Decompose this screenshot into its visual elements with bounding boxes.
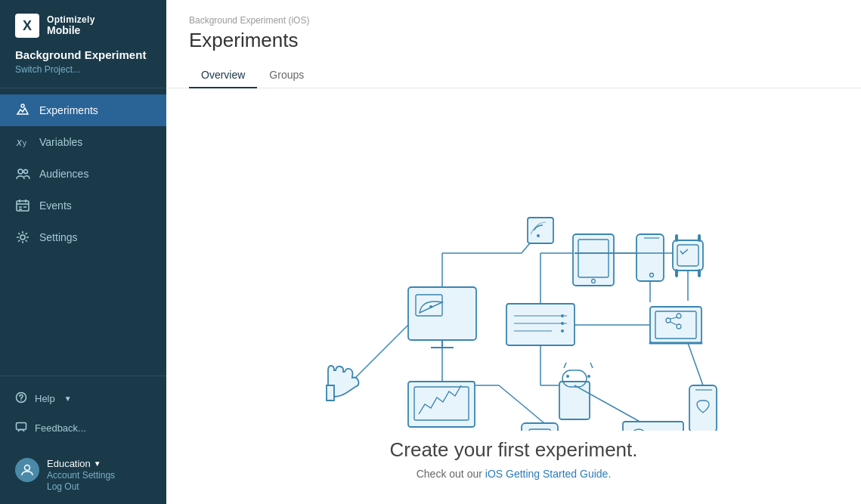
sidebar-item-variables[interactable]: x y Variables [0,126,166,158]
help-label: Help [35,393,55,404]
tabs: Overview Groups [189,63,838,88]
events-icon [15,198,30,213]
sidebar-item-settings[interactable]: Settings [0,221,166,253]
logo-area: X Optimizely Mobile [0,0,166,48]
main-content-area: Background Experiment (iOS) Experiments … [166,0,861,504]
svg-rect-57 [689,385,717,431]
svg-rect-83 [623,422,683,431]
illustration: .dev { stroke: #3a85b0; stroke-width: 1.… [280,113,748,431]
feedback-item[interactable]: Feedback... [0,413,166,443]
empty-state-title: Create your first experiment. [389,438,637,462]
help-icon [15,391,27,406]
account-settings-link[interactable]: Account Settings [47,470,115,481]
audiences-icon [15,166,30,181]
svg-text:x: x [16,136,23,148]
main-header: Background Experiment (iOS) Experiments … [166,0,861,88]
svg-point-27 [537,234,540,237]
svg-line-69 [564,363,566,368]
svg-point-20 [561,314,564,317]
project-name: Background Experiment [15,48,151,62]
sidebar-bottom: Help ▼ Feedback... [0,376,166,450]
log-out-link[interactable]: Log Out [47,481,115,492]
sidebar-item-audiences[interactable]: Audiences [0,158,166,190]
svg-point-0 [21,104,24,107]
svg-point-67 [566,375,569,378]
help-item[interactable]: Help ▼ [0,384,166,413]
svg-rect-9 [17,423,26,430]
svg-point-13 [429,305,432,308]
svg-point-4 [24,170,28,174]
getting-started-link[interactable]: iOS Getting Started Guide. [485,468,612,480]
user-dropdown-icon: ▼ [94,459,101,468]
events-label: Events [39,199,72,212]
avatar [15,458,39,482]
svg-rect-16 [506,304,575,345]
sidebar-item-experiments[interactable]: Experiments [0,94,166,126]
tab-overview[interactable]: Overview [189,63,257,88]
logo-text: Optimizely Mobile [47,15,95,37]
settings-label: Settings [39,231,78,243]
svg-text:y: y [23,139,26,147]
audiences-label: Audiences [39,168,88,180]
svg-line-70 [590,363,593,368]
svg-point-68 [587,375,590,378]
switch-project-link[interactable]: Switch Project... [15,64,80,75]
feedback-label: Feedback... [35,422,86,434]
nav-section: Experiments x y Variables Audiences [0,88,166,376]
variables-icon: x y [15,135,30,150]
experiments-label: Experiments [39,104,98,116]
breadcrumb: Background Experiment (iOS) [189,15,838,26]
logo-mobile: Mobile [47,25,95,36]
sidebar: X Optimizely Mobile Background Experimen… [0,0,166,504]
empty-state-subtitle: Check out our iOS Getting Started Guide. [417,468,612,480]
svg-rect-30 [573,234,614,286]
svg-line-56 [688,343,703,385]
feedback-icon [15,421,27,435]
experiments-empty-state: .dev { stroke: #3a85b0; stroke-width: 1.… [166,88,861,504]
svg-point-22 [561,329,564,332]
tab-groups[interactable]: Groups [257,63,316,88]
svg-point-8 [20,400,21,400]
svg-point-3 [18,169,23,174]
settings-icon [15,230,30,245]
variables-label: Variables [39,136,82,148]
svg-point-10 [25,465,30,471]
user-section: Education ▼ Account Settings Log Out [0,450,166,504]
svg-rect-26 [528,218,553,243]
sidebar-item-events[interactable]: Events [0,190,166,221]
svg-point-21 [561,322,564,325]
svg-line-88 [355,325,408,378]
logo-x-icon: X [15,14,39,38]
experiments-icon [15,103,30,118]
user-info: Education ▼ Account Settings Log Out [47,458,115,492]
user-name[interactable]: Education ▼ [47,458,115,469]
svg-rect-5 [17,201,29,211]
page-title: Experiments [189,29,838,52]
logo-optimizely: Optimizely [47,15,95,25]
svg-line-71 [499,385,544,423]
project-section: Background Experiment Switch Project... [0,48,166,88]
help-arrow-icon: ▼ [64,394,72,403]
svg-point-6 [20,235,25,240]
